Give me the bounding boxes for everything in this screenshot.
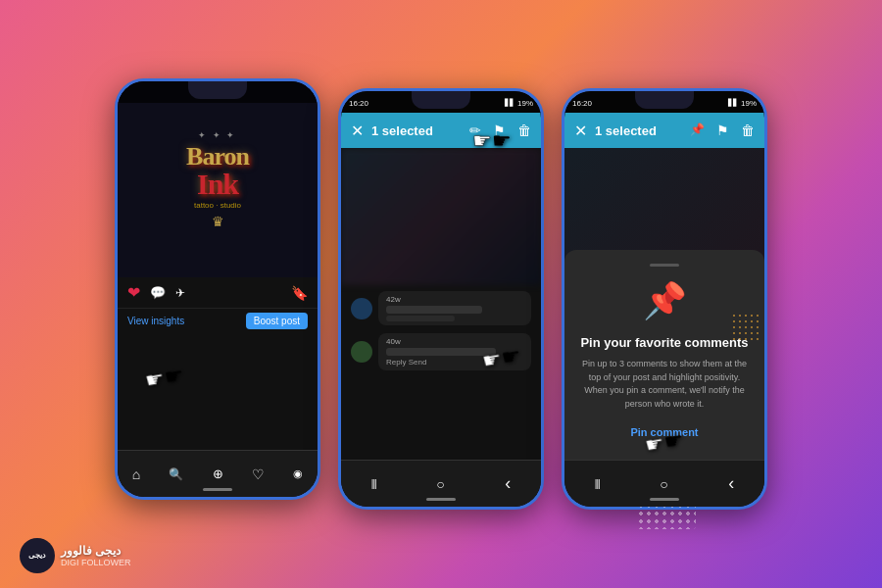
post-image: ✦ ✦ ✦ Baron Ink tattoo · studio ♛ bbox=[118, 81, 318, 277]
flag-icon-3[interactable]: ⚑ bbox=[716, 122, 729, 138]
close-selection-button-3[interactable]: ✕ bbox=[574, 122, 587, 140]
nav-add[interactable]: ⊕ bbox=[213, 466, 223, 481]
close-selection-button[interactable]: ✕ bbox=[351, 122, 364, 140]
nav2-back[interactable]: ‹ bbox=[505, 473, 511, 494]
action-buttons-left: ❤ 💬 ✈ bbox=[127, 283, 185, 302]
comment-item-2: 40w Reply Send bbox=[351, 333, 531, 370]
phone-2: 16:20 ▋▋ 19% ✕ 1 selected ✏ ⚑ 🗑 bbox=[338, 88, 544, 510]
nav-home[interactable]: ⌂ bbox=[132, 466, 140, 482]
comment-bubble-1[interactable]: 42w bbox=[378, 291, 531, 325]
brand-name-1: Baron bbox=[186, 144, 249, 170]
nav3-bars[interactable]: ||| bbox=[595, 478, 600, 489]
crown-icon: ♛ bbox=[186, 214, 249, 229]
page-wrapper: 16:20 ▋▋▋ 19% ✦ ✦ ✦ Baron Ink tattoo · s… bbox=[0, 0, 882, 588]
post-cta: View insights Boost post bbox=[118, 309, 318, 335]
boost-post-button[interactable]: Boost post bbox=[246, 313, 308, 329]
nav2-circle[interactable]: ○ bbox=[436, 476, 444, 492]
nav-profile[interactable]: ◉ bbox=[293, 467, 303, 480]
phone3-notch bbox=[635, 91, 694, 109]
comment-section: 42w 40w Reply Send bbox=[341, 285, 541, 384]
brand-logo: دیجی دیجی فالوور DIGI FOLLOWER bbox=[20, 538, 131, 573]
phone3-top-bar: ✕ 1 selected 📌 ⚑ 🗑 bbox=[564, 113, 764, 148]
flag-icon[interactable]: ⚑ bbox=[493, 122, 506, 138]
pin-comment-link[interactable]: Pin comment bbox=[630, 426, 698, 438]
comment-avatar-2 bbox=[351, 341, 372, 363]
phone1-notch bbox=[188, 81, 247, 99]
logo-text: دیجی فالوور bbox=[61, 544, 131, 558]
nav-search[interactable]: 🔍 bbox=[169, 467, 183, 481]
nav2-bars[interactable]: ||| bbox=[371, 478, 376, 489]
phone-3: 16:20 ▋▋ 19% ✕ 1 selected 📌 ⚑ 🗑 bbox=[562, 88, 767, 510]
nav3-back[interactable]: ‹ bbox=[728, 473, 734, 494]
comment-time-1: 42w bbox=[386, 295, 523, 304]
pin-icon-top[interactable]: 📌 bbox=[690, 122, 705, 138]
like-button[interactable]: ❤ bbox=[127, 283, 140, 302]
phone3-content: 📌 Pin your favorite comments Pin up to 3… bbox=[564, 148, 764, 460]
logo-circle: دیجی bbox=[20, 538, 55, 573]
bookmark-button[interactable]: 🔖 bbox=[291, 285, 308, 301]
comment-item-1: 42w bbox=[351, 291, 531, 325]
phone2-top-bar: ✕ 1 selected ✏ ⚑ 🗑 bbox=[341, 113, 541, 148]
phone2-notch bbox=[412, 91, 470, 109]
comment-avatar-1 bbox=[351, 298, 372, 319]
phone3-time: 16:20 bbox=[572, 99, 592, 108]
pin-icon-wrapper: 📌 bbox=[640, 276, 689, 325]
phone-1: 16:20 ▋▋▋ 19% ✦ ✦ ✦ Baron Ink tattoo · s… bbox=[115, 78, 320, 500]
brand-subtitle: tattoo · studio bbox=[186, 201, 249, 210]
phone3-blurred-image bbox=[564, 148, 764, 266]
nav3-circle[interactable]: ○ bbox=[660, 476, 667, 492]
edit-icon[interactable]: ✏ bbox=[469, 122, 481, 138]
pin-modal: 📌 Pin your favorite comments Pin up to 3… bbox=[564, 250, 764, 460]
selected-count-3: 1 selected bbox=[595, 123, 657, 138]
trash-icon-3[interactable]: 🗑 bbox=[741, 122, 755, 138]
blurred-post-image bbox=[341, 148, 541, 285]
modal-handle bbox=[650, 264, 679, 267]
phone3-battery: 19% bbox=[741, 99, 757, 108]
comment-time-2: 40w bbox=[386, 337, 523, 346]
pin-icon-large: 📌 bbox=[643, 280, 687, 321]
phone2-content: 42w 40w Reply Send bbox=[341, 148, 541, 460]
post-actions-bar: ❤ 💬 ✈ 🔖 bbox=[118, 277, 318, 309]
share-button[interactable]: ✈ bbox=[175, 286, 185, 300]
comment-button[interactable]: 💬 bbox=[150, 285, 166, 300]
logo-sub: DIGI FOLLOWER bbox=[61, 558, 131, 567]
trash-icon-2[interactable]: 🗑 bbox=[517, 122, 531, 138]
view-insights-link[interactable]: View insights bbox=[127, 316, 184, 326]
comment-actions: Reply Send bbox=[386, 358, 523, 367]
cursor-hand-1: ☛ bbox=[143, 363, 186, 395]
phone2-bottom-nav: ||| ○ ‹ bbox=[341, 460, 541, 507]
phone2-time: 16:20 bbox=[349, 99, 368, 108]
pin-description: Pin up to 3 comments to show them at the… bbox=[580, 358, 749, 411]
phone1-bottom-nav: ⌂ 🔍 ⊕ ♡ ◉ bbox=[118, 450, 318, 497]
dots-decoration-phone3 bbox=[731, 313, 760, 342]
nav-heart[interactable]: ♡ bbox=[252, 466, 265, 482]
phone3-bottom-nav: ||| ○ ‹ bbox=[564, 460, 764, 507]
tattoo-logo: ✦ ✦ ✦ Baron Ink tattoo · studio ♛ bbox=[186, 130, 249, 229]
pin-title: Pin your favorite comments bbox=[580, 335, 749, 350]
brand-name-2: Ink bbox=[186, 170, 249, 199]
selected-count-2: 1 selected bbox=[371, 123, 433, 138]
phone2-battery: 19% bbox=[517, 99, 533, 108]
comment-bubble-2[interactable]: 40w Reply Send bbox=[378, 333, 531, 370]
